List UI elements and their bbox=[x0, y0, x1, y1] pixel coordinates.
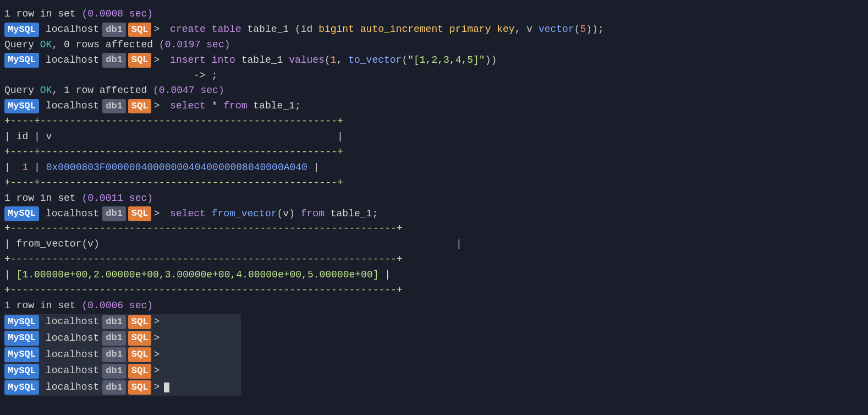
table-border-vec-1: +---------------------------------------… bbox=[4, 221, 864, 237]
query-ok-2: Query OK, 1 row affected (0.0047 sec) bbox=[4, 83, 864, 99]
mysql-badge-3: MySQL bbox=[4, 99, 39, 113]
db-badge-h2: db1 bbox=[102, 331, 126, 345]
mysql-badge-h4: MySQL bbox=[4, 364, 39, 378]
db-badge-h3: db1 bbox=[102, 347, 126, 362]
history-item-1[interactable]: MySQL localhost db1 SQL > bbox=[4, 314, 241, 330]
prompt-create-table: MySQL localhost db1 SQL > create table t… bbox=[4, 22, 864, 37]
sql-badge-4: SQL bbox=[128, 206, 152, 221]
table-header-vec: | from_vector(v) | bbox=[4, 237, 864, 252]
sql-badge: SQL bbox=[128, 23, 152, 37]
result-line-3: 1 row in set (0.0006 sec) bbox=[4, 298, 864, 314]
sql-badge-3: SQL bbox=[128, 99, 152, 113]
mysql-badge-h1: MySQL bbox=[4, 315, 39, 329]
db-badge-3: db1 bbox=[102, 99, 126, 113]
sql-badge-h3: SQL bbox=[128, 347, 152, 362]
cursor bbox=[164, 383, 169, 392]
sql-badge-2: SQL bbox=[128, 53, 152, 67]
table-border-3: +----+----------------------------------… bbox=[4, 176, 864, 191]
history-item-2[interactable]: MySQL localhost db1 SQL > bbox=[4, 330, 241, 347]
result-line-1: 1 row in set (0.0008 sec) bbox=[4, 7, 864, 22]
sql-badge-h4: SQL bbox=[128, 364, 152, 378]
prompt-select-1: MySQL localhost db1 SQL > select * from … bbox=[4, 99, 864, 114]
table-border-2: +----+----------------------------------… bbox=[4, 145, 864, 160]
history-item-5[interactable]: MySQL localhost db1 SQL > bbox=[4, 379, 241, 396]
mysql-badge-h5: MySQL bbox=[4, 380, 39, 395]
db-badge-2: db1 bbox=[102, 53, 126, 67]
mysql-badge-h2: MySQL bbox=[4, 331, 39, 345]
terminal: 1 row in set (0.0008 sec) MySQL localhos… bbox=[0, 4, 868, 398]
table-border-vec-2: +---------------------------------------… bbox=[4, 252, 864, 267]
history-item-4[interactable]: MySQL localhost db1 SQL > bbox=[4, 363, 241, 379]
db-badge-h1: db1 bbox=[102, 315, 126, 329]
history-item-3[interactable]: MySQL localhost db1 SQL > bbox=[4, 347, 241, 363]
table-border-vec-3: +---------------------------------------… bbox=[4, 283, 864, 298]
sql-badge-h5: SQL bbox=[128, 380, 152, 395]
result-line-2: 1 row in set (0.0011 sec) bbox=[4, 191, 864, 206]
db-badge: db1 bbox=[102, 23, 126, 37]
mysql-badge-4: MySQL bbox=[4, 206, 39, 221]
mysql-badge-h3: MySQL bbox=[4, 347, 39, 362]
table-border-1: +----+----------------------------------… bbox=[4, 114, 864, 129]
prompt-insert-cont: -> ; bbox=[4, 68, 864, 84]
prompt-insert: MySQL localhost db1 SQL > insert into ta… bbox=[4, 53, 864, 68]
table-header-1: | id | v | bbox=[4, 129, 864, 145]
db-badge-h4: db1 bbox=[102, 364, 126, 378]
sql-badge-h1: SQL bbox=[128, 315, 152, 329]
mysql-badge: MySQL bbox=[4, 23, 39, 37]
history-dropdown[interactable]: MySQL localhost db1 SQL > MySQL localhos… bbox=[4, 314, 241, 396]
table-data-vec: | [1.00000e+00,2.00000e+00,3.00000e+00,4… bbox=[4, 267, 864, 283]
db-badge-h5: db1 bbox=[102, 380, 126, 395]
table-data-row-1: | 1 | 0x0000803F000000400000004040000008… bbox=[4, 160, 864, 176]
query-ok-1: Query OK, 0 rows affected (0.0197 sec) bbox=[4, 37, 864, 53]
sql-badge-h2: SQL bbox=[128, 331, 152, 345]
prompt-select-2: MySQL localhost db1 SQL > select from_ve… bbox=[4, 206, 864, 222]
mysql-badge-2: MySQL bbox=[4, 53, 39, 67]
db-badge-4: db1 bbox=[102, 206, 126, 221]
